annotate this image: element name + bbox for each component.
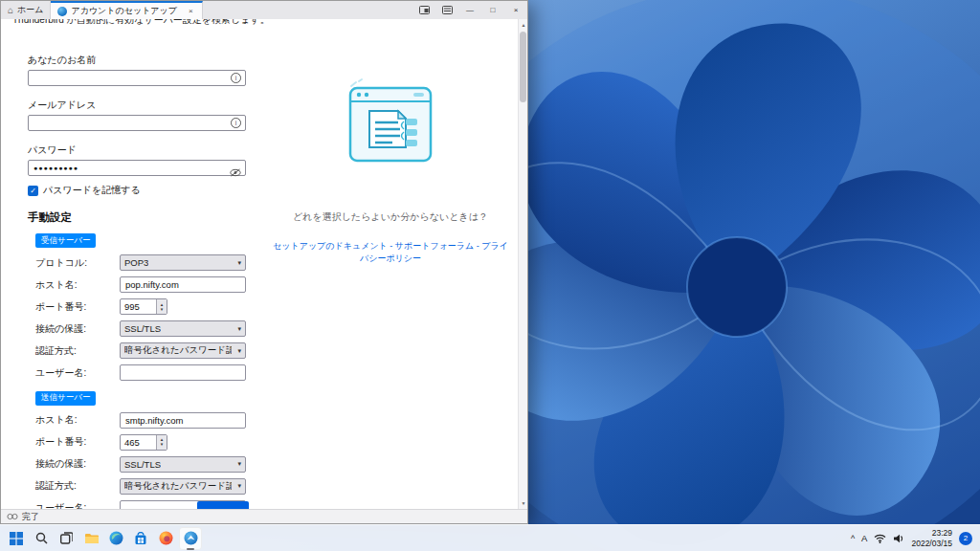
outgoing-auth-label: 認証方式: bbox=[35, 479, 120, 493]
incoming-security-label: 接続の保護: bbox=[35, 322, 120, 336]
outgoing-hostname-label: ホスト名: bbox=[35, 413, 120, 427]
password-label: パスワード bbox=[28, 143, 246, 157]
password-input[interactable]: ●●●●●●●●● bbox=[28, 160, 246, 176]
tab-close-icon[interactable]: × bbox=[187, 7, 195, 15]
help-panel: どれを選択したらよいか分からないときは？ セットアップのドキュメント - サポー… bbox=[271, 77, 510, 265]
close-button[interactable]: × bbox=[504, 1, 527, 19]
maximize-button[interactable]: □ bbox=[481, 1, 504, 19]
file-explorer-button[interactable] bbox=[79, 527, 102, 550]
incoming-port-label: ポート番号: bbox=[35, 300, 120, 314]
incoming-port-value: 995 bbox=[121, 299, 156, 314]
clock-time: 23:29 bbox=[911, 528, 952, 538]
task-view-button[interactable] bbox=[55, 527, 78, 550]
outgoing-security-row: 接続の保護: SSL/TLS ▾ bbox=[35, 456, 246, 473]
outgoing-port-label: ポート番号: bbox=[35, 435, 120, 449]
eye-icon[interactable] bbox=[230, 164, 241, 181]
start-button[interactable] bbox=[5, 527, 28, 550]
scroll-down-icon[interactable]: ▼ bbox=[519, 497, 527, 509]
outgoing-port-row: ポート番号: 465 ▴ ▾ bbox=[35, 434, 246, 451]
protocol-label: プロトコル: bbox=[35, 256, 120, 270]
setup-illustration bbox=[343, 77, 438, 176]
edge-icon bbox=[109, 531, 123, 545]
outgoing-port-value: 465 bbox=[121, 435, 156, 450]
setup-form: あなたのお名前 i メールアドレス i パスワード ●●●●●●●●● ✓ bbox=[28, 19, 246, 509]
activity-icon bbox=[7, 513, 18, 520]
incoming-auth-select[interactable]: 暗号化されたパスワード認... ▾ bbox=[120, 342, 246, 359]
status-text: 完了 bbox=[22, 511, 39, 523]
minimize-button[interactable]: — bbox=[458, 1, 481, 19]
outgoing-server-badge: 送信サーバー bbox=[35, 391, 96, 406]
chevron-down-icon: ▾ bbox=[237, 325, 241, 333]
name-label: あなたのお名前 bbox=[28, 54, 246, 67]
thunderbird-taskbar-button[interactable] bbox=[179, 527, 202, 550]
remember-password-checkbox[interactable]: ✓ bbox=[28, 186, 38, 196]
protocol-value: POP3 bbox=[124, 257, 148, 268]
incoming-auth-label: 認証方式: bbox=[35, 344, 120, 358]
info-icon[interactable]: i bbox=[231, 73, 241, 83]
primary-button-partial[interactable] bbox=[197, 501, 249, 509]
edge-button[interactable] bbox=[104, 527, 127, 550]
incoming-port-stepper[interactable]: 995 ▴ ▾ bbox=[120, 298, 167, 315]
account-setup-pane: Thunderbird が自動的に有効なサーバー設定を検索します。 あなたのお名… bbox=[1, 19, 527, 509]
outgoing-port-stepper[interactable]: 465 ▴ ▾ bbox=[120, 434, 167, 451]
chevron-down-icon: ▾ bbox=[237, 347, 241, 355]
incoming-server-rows: プロトコル: POP3 ▾ ホスト名: pop.nifty.com ポート番号:… bbox=[35, 254, 246, 381]
vertical-scrollbar[interactable]: ▲ ▼ bbox=[518, 19, 527, 509]
scroll-up-icon[interactable]: ▲ bbox=[519, 19, 527, 31]
chevron-down-icon: ▾ bbox=[237, 482, 241, 490]
incoming-hostname-row: ホスト名: pop.nifty.com bbox=[35, 276, 246, 293]
protocol-row: プロトコル: POP3 ▾ bbox=[35, 254, 246, 271]
protocol-select[interactable]: POP3 ▾ bbox=[120, 254, 246, 271]
tab-home[interactable]: ⌂ ホーム bbox=[1, 1, 51, 19]
volume-icon[interactable] bbox=[893, 534, 904, 543]
folder-icon bbox=[84, 533, 99, 544]
link-separator: - bbox=[388, 241, 395, 251]
chevron-down-icon: ▾ bbox=[237, 259, 241, 267]
password-dots: ●●●●●●●●● bbox=[33, 165, 78, 171]
stepper-arrows[interactable]: ▴ ▾ bbox=[156, 299, 167, 314]
tab-account-setup[interactable]: アカウントのセットアップ × bbox=[51, 1, 202, 19]
stepper-down-icon[interactable]: ▾ bbox=[161, 307, 164, 312]
outgoing-security-label: 接続の保護: bbox=[35, 457, 120, 471]
outgoing-auth-select[interactable]: 暗号化されたパスワード認... ▾ bbox=[120, 478, 246, 495]
clock-date: 2022/03/15 bbox=[911, 539, 952, 548]
tab-setup-label: アカウントのセットアップ bbox=[71, 5, 177, 17]
tray-chevron-up-icon[interactable]: ^ bbox=[851, 534, 855, 543]
stepper-arrows[interactable]: ▴ ▾ bbox=[156, 435, 167, 450]
notification-badge[interactable]: 2 bbox=[959, 532, 972, 545]
outgoing-auth-row: 認証方式: 暗号化されたパスワード認... ▾ bbox=[35, 478, 246, 495]
wifi-icon[interactable] bbox=[874, 534, 886, 543]
firefox-icon bbox=[159, 531, 173, 545]
stepper-down-icon[interactable]: ▾ bbox=[161, 442, 164, 447]
name-input[interactable] bbox=[28, 70, 246, 86]
manual-config-title: 手動設定 bbox=[28, 210, 246, 225]
info-icon[interactable]: i bbox=[231, 118, 241, 128]
outgoing-auth-value: 暗号化されたパスワード認... bbox=[124, 480, 232, 493]
scrollbar-thumb[interactable] bbox=[520, 32, 526, 102]
incoming-username-input[interactable] bbox=[120, 364, 246, 381]
store-button[interactable] bbox=[129, 527, 152, 550]
incoming-hostname-label: ホスト名: bbox=[35, 278, 120, 292]
incoming-server-badge: 受信サーバー bbox=[35, 233, 96, 248]
home-icon: ⌂ bbox=[8, 5, 13, 15]
firefox-button[interactable] bbox=[154, 527, 177, 550]
forum-link[interactable]: サポートフォーラム bbox=[395, 241, 474, 251]
system-tray: ^ A 23:29 2022/03/15 2 bbox=[851, 528, 975, 547]
search-button[interactable] bbox=[30, 527, 53, 550]
incoming-security-value: SSL/TLS bbox=[124, 323, 161, 334]
outgoing-hostname-input[interactable]: smtp.nifty.com bbox=[120, 412, 246, 429]
incoming-security-select[interactable]: SSL/TLS ▾ bbox=[120, 320, 246, 337]
clock[interactable]: 23:29 2022/03/15 bbox=[911, 528, 952, 547]
docs-link[interactable]: セットアップのドキュメント bbox=[273, 241, 388, 251]
outgoing-security-select[interactable]: SSL/TLS ▾ bbox=[120, 456, 246, 473]
email-input[interactable] bbox=[28, 115, 246, 131]
incoming-auth-value: 暗号化されたパスワード認... bbox=[124, 344, 232, 357]
ime-indicator[interactable]: A bbox=[861, 533, 867, 543]
email-label: メールアドレス bbox=[28, 99, 246, 112]
windows-logo-icon bbox=[10, 532, 23, 545]
incoming-hostname-input[interactable]: pop.nifty.com bbox=[120, 276, 246, 293]
taskbar: ^ A 23:29 2022/03/15 2 bbox=[0, 524, 980, 551]
tab-overview-icon[interactable] bbox=[412, 1, 435, 19]
remember-password-label: パスワードを記憶する bbox=[43, 184, 141, 197]
layout-icon[interactable] bbox=[435, 1, 458, 19]
